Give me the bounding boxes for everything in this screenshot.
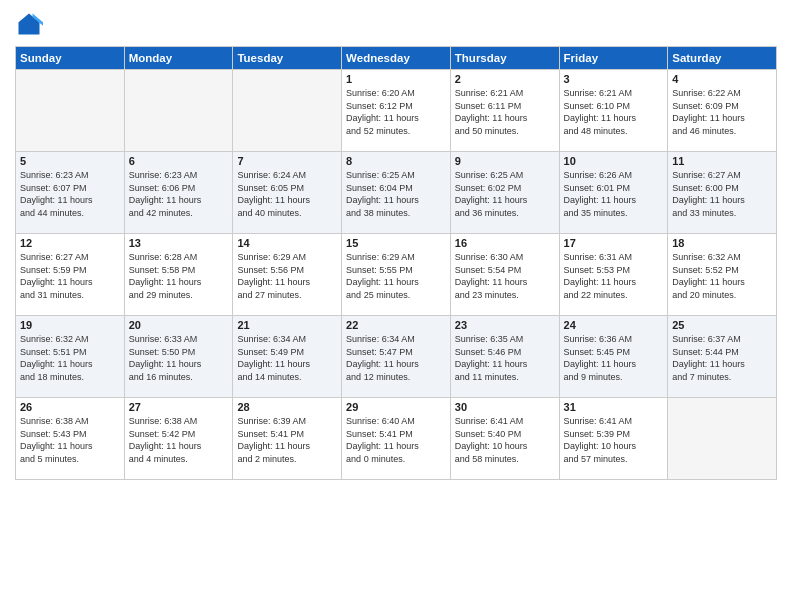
day-info: Sunrise: 6:32 AM Sunset: 5:52 PM Dayligh… [672, 251, 772, 301]
weekday-tuesday: Tuesday [233, 47, 342, 70]
day-number: 6 [129, 155, 229, 167]
day-cell: 30Sunrise: 6:41 AM Sunset: 5:40 PM Dayli… [450, 398, 559, 480]
day-cell: 24Sunrise: 6:36 AM Sunset: 5:45 PM Dayli… [559, 316, 668, 398]
weekday-monday: Monday [124, 47, 233, 70]
day-info: Sunrise: 6:33 AM Sunset: 5:50 PM Dayligh… [129, 333, 229, 383]
day-cell: 22Sunrise: 6:34 AM Sunset: 5:47 PM Dayli… [342, 316, 451, 398]
day-number: 21 [237, 319, 337, 331]
day-number: 8 [346, 155, 446, 167]
day-info: Sunrise: 6:34 AM Sunset: 5:49 PM Dayligh… [237, 333, 337, 383]
day-cell: 7Sunrise: 6:24 AM Sunset: 6:05 PM Daylig… [233, 152, 342, 234]
svg-marker-0 [19, 14, 40, 35]
day-info: Sunrise: 6:40 AM Sunset: 5:41 PM Dayligh… [346, 415, 446, 465]
weekday-saturday: Saturday [668, 47, 777, 70]
day-number: 30 [455, 401, 555, 413]
day-info: Sunrise: 6:23 AM Sunset: 6:06 PM Dayligh… [129, 169, 229, 219]
day-number: 17 [564, 237, 664, 249]
day-info: Sunrise: 6:41 AM Sunset: 5:40 PM Dayligh… [455, 415, 555, 465]
day-cell: 29Sunrise: 6:40 AM Sunset: 5:41 PM Dayli… [342, 398, 451, 480]
day-number: 18 [672, 237, 772, 249]
day-number: 27 [129, 401, 229, 413]
day-info: Sunrise: 6:30 AM Sunset: 5:54 PM Dayligh… [455, 251, 555, 301]
header [15, 10, 777, 38]
day-cell: 14Sunrise: 6:29 AM Sunset: 5:56 PM Dayli… [233, 234, 342, 316]
day-info: Sunrise: 6:29 AM Sunset: 5:55 PM Dayligh… [346, 251, 446, 301]
day-number: 7 [237, 155, 337, 167]
day-number: 4 [672, 73, 772, 85]
day-cell: 17Sunrise: 6:31 AM Sunset: 5:53 PM Dayli… [559, 234, 668, 316]
weekday-sunday: Sunday [16, 47, 125, 70]
day-number: 28 [237, 401, 337, 413]
weekday-thursday: Thursday [450, 47, 559, 70]
day-number: 25 [672, 319, 772, 331]
day-cell: 20Sunrise: 6:33 AM Sunset: 5:50 PM Dayli… [124, 316, 233, 398]
day-cell [668, 398, 777, 480]
day-info: Sunrise: 6:21 AM Sunset: 6:10 PM Dayligh… [564, 87, 664, 137]
day-info: Sunrise: 6:25 AM Sunset: 6:04 PM Dayligh… [346, 169, 446, 219]
day-cell: 11Sunrise: 6:27 AM Sunset: 6:00 PM Dayli… [668, 152, 777, 234]
day-number: 9 [455, 155, 555, 167]
calendar: SundayMondayTuesdayWednesdayThursdayFrid… [15, 46, 777, 480]
day-info: Sunrise: 6:38 AM Sunset: 5:43 PM Dayligh… [20, 415, 120, 465]
day-cell: 25Sunrise: 6:37 AM Sunset: 5:44 PM Dayli… [668, 316, 777, 398]
day-number: 29 [346, 401, 446, 413]
day-cell: 21Sunrise: 6:34 AM Sunset: 5:49 PM Dayli… [233, 316, 342, 398]
day-cell: 2Sunrise: 6:21 AM Sunset: 6:11 PM Daylig… [450, 70, 559, 152]
day-cell: 9Sunrise: 6:25 AM Sunset: 6:02 PM Daylig… [450, 152, 559, 234]
day-number: 20 [129, 319, 229, 331]
week-row-2: 5Sunrise: 6:23 AM Sunset: 6:07 PM Daylig… [16, 152, 777, 234]
day-cell: 18Sunrise: 6:32 AM Sunset: 5:52 PM Dayli… [668, 234, 777, 316]
week-row-4: 19Sunrise: 6:32 AM Sunset: 5:51 PM Dayli… [16, 316, 777, 398]
day-info: Sunrise: 6:28 AM Sunset: 5:58 PM Dayligh… [129, 251, 229, 301]
day-number: 15 [346, 237, 446, 249]
day-number: 10 [564, 155, 664, 167]
day-info: Sunrise: 6:29 AM Sunset: 5:56 PM Dayligh… [237, 251, 337, 301]
day-cell: 19Sunrise: 6:32 AM Sunset: 5:51 PM Dayli… [16, 316, 125, 398]
week-row-5: 26Sunrise: 6:38 AM Sunset: 5:43 PM Dayli… [16, 398, 777, 480]
day-info: Sunrise: 6:38 AM Sunset: 5:42 PM Dayligh… [129, 415, 229, 465]
day-number: 1 [346, 73, 446, 85]
day-number: 23 [455, 319, 555, 331]
day-number: 11 [672, 155, 772, 167]
day-number: 24 [564, 319, 664, 331]
week-row-3: 12Sunrise: 6:27 AM Sunset: 5:59 PM Dayli… [16, 234, 777, 316]
day-number: 26 [20, 401, 120, 413]
page: SundayMondayTuesdayWednesdayThursdayFrid… [0, 0, 792, 612]
logo [15, 10, 47, 38]
day-info: Sunrise: 6:27 AM Sunset: 6:00 PM Dayligh… [672, 169, 772, 219]
day-cell: 15Sunrise: 6:29 AM Sunset: 5:55 PM Dayli… [342, 234, 451, 316]
day-cell [124, 70, 233, 152]
day-info: Sunrise: 6:27 AM Sunset: 5:59 PM Dayligh… [20, 251, 120, 301]
day-cell [233, 70, 342, 152]
day-cell [16, 70, 125, 152]
day-info: Sunrise: 6:25 AM Sunset: 6:02 PM Dayligh… [455, 169, 555, 219]
day-info: Sunrise: 6:22 AM Sunset: 6:09 PM Dayligh… [672, 87, 772, 137]
day-info: Sunrise: 6:34 AM Sunset: 5:47 PM Dayligh… [346, 333, 446, 383]
day-cell: 5Sunrise: 6:23 AM Sunset: 6:07 PM Daylig… [16, 152, 125, 234]
day-info: Sunrise: 6:37 AM Sunset: 5:44 PM Dayligh… [672, 333, 772, 383]
day-info: Sunrise: 6:20 AM Sunset: 6:12 PM Dayligh… [346, 87, 446, 137]
day-cell: 28Sunrise: 6:39 AM Sunset: 5:41 PM Dayli… [233, 398, 342, 480]
day-number: 2 [455, 73, 555, 85]
day-info: Sunrise: 6:41 AM Sunset: 5:39 PM Dayligh… [564, 415, 664, 465]
day-number: 16 [455, 237, 555, 249]
week-row-1: 1Sunrise: 6:20 AM Sunset: 6:12 PM Daylig… [16, 70, 777, 152]
day-number: 12 [20, 237, 120, 249]
day-info: Sunrise: 6:31 AM Sunset: 5:53 PM Dayligh… [564, 251, 664, 301]
day-number: 22 [346, 319, 446, 331]
weekday-header-row: SundayMondayTuesdayWednesdayThursdayFrid… [16, 47, 777, 70]
day-info: Sunrise: 6:32 AM Sunset: 5:51 PM Dayligh… [20, 333, 120, 383]
day-info: Sunrise: 6:26 AM Sunset: 6:01 PM Dayligh… [564, 169, 664, 219]
day-cell: 6Sunrise: 6:23 AM Sunset: 6:06 PM Daylig… [124, 152, 233, 234]
day-info: Sunrise: 6:39 AM Sunset: 5:41 PM Dayligh… [237, 415, 337, 465]
logo-icon [15, 10, 43, 38]
day-number: 13 [129, 237, 229, 249]
day-number: 19 [20, 319, 120, 331]
day-info: Sunrise: 6:24 AM Sunset: 6:05 PM Dayligh… [237, 169, 337, 219]
day-info: Sunrise: 6:36 AM Sunset: 5:45 PM Dayligh… [564, 333, 664, 383]
day-info: Sunrise: 6:23 AM Sunset: 6:07 PM Dayligh… [20, 169, 120, 219]
day-cell: 13Sunrise: 6:28 AM Sunset: 5:58 PM Dayli… [124, 234, 233, 316]
day-number: 3 [564, 73, 664, 85]
day-cell: 23Sunrise: 6:35 AM Sunset: 5:46 PM Dayli… [450, 316, 559, 398]
weekday-wednesday: Wednesday [342, 47, 451, 70]
